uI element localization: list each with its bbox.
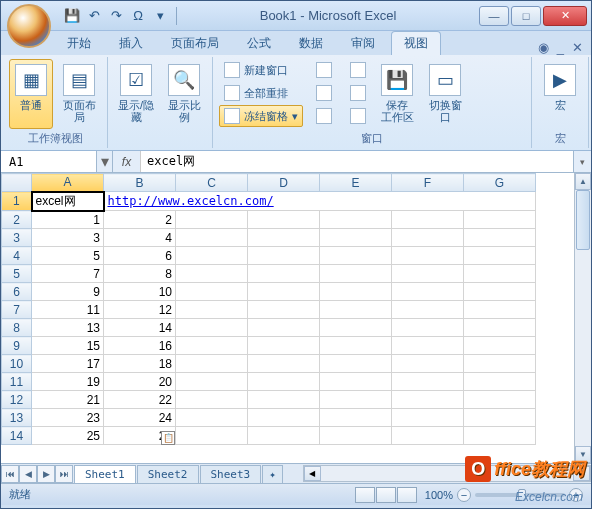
row-header-12[interactable]: 12: [2, 391, 32, 409]
zoom-level[interactable]: 100%: [425, 489, 453, 501]
new-window-button[interactable]: 新建窗口: [219, 59, 303, 81]
cell-empty[interactable]: [464, 247, 536, 265]
cell-A5[interactable]: 7: [32, 265, 104, 283]
row-header-13[interactable]: 13: [2, 409, 32, 427]
cell-A4[interactable]: 5: [32, 247, 104, 265]
cell-empty[interactable]: [176, 319, 248, 337]
cell-B6[interactable]: 10: [104, 283, 176, 301]
cell-empty[interactable]: [464, 319, 536, 337]
cell-empty[interactable]: [320, 283, 392, 301]
row-header-7[interactable]: 7: [2, 301, 32, 319]
cell-empty[interactable]: [176, 391, 248, 409]
cell-empty[interactable]: [464, 211, 536, 229]
col-header-F[interactable]: F: [392, 174, 464, 192]
cell-A13[interactable]: 23: [32, 409, 104, 427]
first-sheet-button[interactable]: ⏮: [1, 465, 19, 483]
cell-B13[interactable]: 24: [104, 409, 176, 427]
col-header-A[interactable]: A: [32, 174, 104, 192]
cell-B7[interactable]: 12: [104, 301, 176, 319]
cell-empty[interactable]: [392, 265, 464, 283]
row-header-14[interactable]: 14: [2, 427, 32, 445]
tab-insert[interactable]: 插入: [107, 32, 155, 55]
cell-empty[interactable]: [464, 409, 536, 427]
cell-empty[interactable]: [320, 391, 392, 409]
row-header-9[interactable]: 9: [2, 337, 32, 355]
freeze-panes-button[interactable]: 冻结窗格▾: [219, 105, 303, 127]
scroll-thumb[interactable]: [576, 190, 590, 250]
cell-empty[interactable]: [320, 211, 392, 229]
cell-empty[interactable]: [320, 427, 392, 445]
row-header-3[interactable]: 3: [2, 229, 32, 247]
cell-empty[interactable]: [248, 211, 320, 229]
row-header-1[interactable]: 1: [2, 192, 32, 211]
cell-empty[interactable]: [320, 373, 392, 391]
normal-view-button[interactable]: ▦普通: [9, 59, 53, 129]
cell-B1-link[interactable]: http://www.excelcn.com/: [104, 192, 536, 211]
cell-B12[interactable]: 22: [104, 391, 176, 409]
cell-empty[interactable]: [176, 355, 248, 373]
cell-empty[interactable]: [320, 301, 392, 319]
select-all-corner[interactable]: [2, 174, 32, 192]
cell-empty[interactable]: [320, 337, 392, 355]
doc-close-icon[interactable]: ✕: [572, 40, 583, 55]
cell-empty[interactable]: [320, 265, 392, 283]
cell-empty[interactable]: [392, 391, 464, 409]
col-header-G[interactable]: G: [464, 174, 536, 192]
cell-empty[interactable]: [392, 301, 464, 319]
row-header-2[interactable]: 2: [2, 211, 32, 229]
cell-empty[interactable]: [320, 229, 392, 247]
cell-empty[interactable]: [176, 373, 248, 391]
cell-empty[interactable]: [176, 229, 248, 247]
normal-view-icon[interactable]: [355, 487, 375, 503]
sheet-tab-2[interactable]: Sheet2: [137, 465, 199, 483]
row-header-8[interactable]: 8: [2, 319, 32, 337]
cell-A2[interactable]: 1: [32, 211, 104, 229]
cell-A3[interactable]: 3: [32, 229, 104, 247]
cell-A12[interactable]: 21: [32, 391, 104, 409]
cell-empty[interactable]: [248, 319, 320, 337]
new-sheet-button[interactable]: ✦: [262, 465, 283, 483]
save-workspace-button[interactable]: 💾保存 工作区: [375, 59, 419, 129]
tab-data[interactable]: 数据: [287, 32, 335, 55]
tab-review[interactable]: 审阅: [339, 32, 387, 55]
page-break-view-icon[interactable]: [397, 487, 417, 503]
tab-view[interactable]: 视图: [391, 31, 441, 55]
page-layout-view-icon[interactable]: [376, 487, 396, 503]
cell-empty[interactable]: [248, 427, 320, 445]
cell-B3[interactable]: 4: [104, 229, 176, 247]
formula-input[interactable]: excel网: [141, 151, 573, 172]
save-icon[interactable]: 💾: [64, 8, 80, 24]
cell-B10[interactable]: 18: [104, 355, 176, 373]
minimize-ribbon-icon[interactable]: _: [557, 40, 564, 55]
qat-dropdown-icon[interactable]: ▾: [152, 8, 168, 24]
sync-scroll-button[interactable]: [345, 82, 371, 104]
col-header-C[interactable]: C: [176, 174, 248, 192]
row-header-4[interactable]: 4: [2, 247, 32, 265]
cell-empty[interactable]: [392, 427, 464, 445]
cell-A9[interactable]: 15: [32, 337, 104, 355]
fx-icon[interactable]: fx: [113, 151, 141, 172]
arrange-all-button[interactable]: 全部重排: [219, 82, 303, 104]
row-header-5[interactable]: 5: [2, 265, 32, 283]
cell-empty[interactable]: [464, 391, 536, 409]
reset-pos-button[interactable]: [345, 105, 371, 127]
hide-button[interactable]: [311, 82, 337, 104]
cell-A7[interactable]: 11: [32, 301, 104, 319]
cell-A11[interactable]: 19: [32, 373, 104, 391]
cell-empty[interactable]: [392, 337, 464, 355]
cell-empty[interactable]: [176, 301, 248, 319]
tab-home[interactable]: 开始: [55, 32, 103, 55]
cell-empty[interactable]: [176, 409, 248, 427]
sheet-tab-3[interactable]: Sheet3: [200, 465, 262, 483]
scroll-left-icon[interactable]: ◀: [304, 466, 321, 481]
tab-page-layout[interactable]: 页面布局: [159, 32, 231, 55]
cell-empty[interactable]: [320, 247, 392, 265]
switch-windows-button[interactable]: ▭切换窗口: [423, 59, 467, 129]
minimize-button[interactable]: —: [479, 6, 509, 26]
cell-empty[interactable]: [392, 319, 464, 337]
show-hide-button[interactable]: ☑显示/隐藏: [114, 59, 158, 129]
cell-A6[interactable]: 9: [32, 283, 104, 301]
cell-empty[interactable]: [176, 283, 248, 301]
cell-B11[interactable]: 20: [104, 373, 176, 391]
cell-empty[interactable]: [464, 373, 536, 391]
